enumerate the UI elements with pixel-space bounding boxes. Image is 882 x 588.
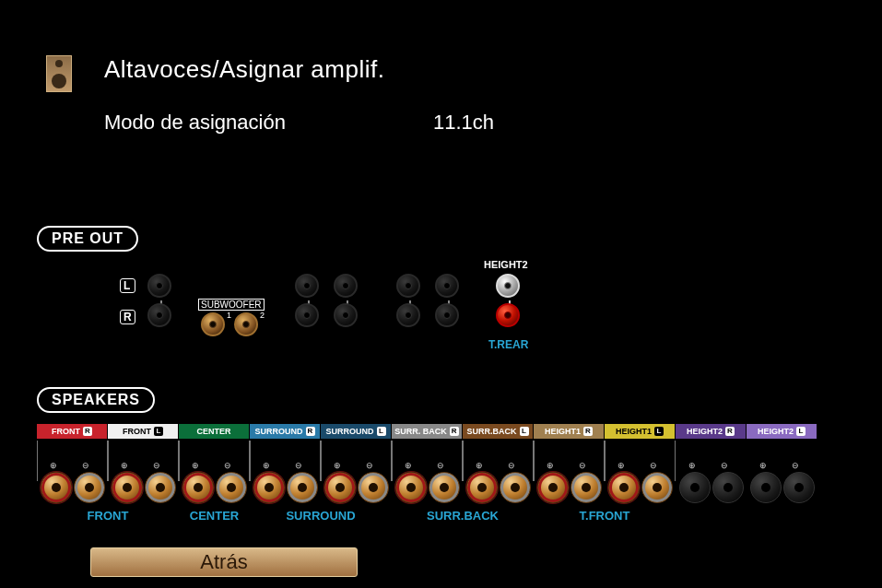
- preout-jack: [295, 274, 319, 298]
- plus-icon: ⊕: [334, 461, 341, 470]
- preout-jack: [147, 303, 171, 327]
- speaker-terminal-pos: [182, 472, 214, 503]
- speaker-terminal-neg: [570, 472, 602, 503]
- terminal-pair: ⊕⊖: [321, 441, 392, 503]
- speaker-terminal-neg: [500, 472, 531, 503]
- speaker-terminal-neg: [74, 472, 105, 503]
- mode-label: Modo de asignación: [104, 111, 286, 135]
- group-label-surrback: SURR.BACK: [392, 509, 534, 523]
- preout-jack: [435, 274, 459, 298]
- group-label-surround: SURROUND: [250, 509, 392, 523]
- preout-jack: [295, 303, 319, 327]
- page-title: Altavoces/Asignar amplif.: [104, 55, 384, 84]
- group-label-tfront: T.FRONT: [534, 509, 676, 523]
- speaker-terminal-pos: [395, 472, 427, 503]
- speaker-terminal-neg: [712, 472, 744, 503]
- subwoofer-label: SUBWOOFER: [198, 299, 265, 311]
- channel-label: FRONTR: [37, 424, 108, 439]
- plus-icon: ⊕: [547, 461, 554, 470]
- plus-icon: ⊕: [617, 461, 625, 470]
- preout-jack: [396, 303, 420, 327]
- preout-jack: [334, 274, 358, 298]
- minus-icon: ⊖: [792, 461, 799, 470]
- preout-jack: [435, 303, 459, 327]
- plus-icon: ⊕: [688, 461, 696, 470]
- speaker-terminal-pos: [608, 472, 640, 503]
- channel-label: SURROUNDL: [321, 424, 392, 439]
- channel-label: FRONTL: [108, 424, 179, 439]
- terminal-pair: ⊕⊖: [605, 441, 676, 503]
- plus-icon: ⊕: [476, 461, 483, 470]
- speaker-terminal-pos: [41, 472, 72, 503]
- sub2-label: 2: [260, 311, 265, 320]
- speaker-terminal-neg: [429, 472, 460, 503]
- speaker-terminal-pos: [112, 472, 143, 503]
- speaker-terminal-pos: [679, 472, 711, 503]
- channel-label: HEIGHT1L: [605, 424, 676, 439]
- channel-label: HEIGHT1R: [534, 424, 605, 439]
- speaker-terminal-neg: [641, 472, 673, 503]
- preout-jack: [147, 274, 171, 298]
- plus-icon: ⊕: [759, 461, 767, 470]
- speaker-terminal-neg: [287, 472, 318, 503]
- minus-icon: ⊖: [82, 461, 89, 470]
- height2-jack-r: [496, 303, 520, 327]
- group-label-center: CENTER: [179, 509, 250, 523]
- speaker-terminal-pos: [537, 472, 569, 503]
- speaker-icon: [46, 55, 72, 92]
- terminal-pair: ⊕⊖: [676, 441, 747, 503]
- minus-icon: ⊖: [437, 461, 444, 470]
- channel-label: HEIGHT2R: [676, 424, 747, 439]
- minus-icon: ⊖: [508, 461, 515, 470]
- minus-icon: ⊖: [721, 461, 728, 470]
- preout-jack: [334, 303, 358, 327]
- minus-icon: ⊖: [366, 461, 373, 470]
- speaker-terminal-pos: [324, 472, 356, 503]
- preout-jack: [396, 274, 420, 298]
- group-label-front: FRONT: [37, 509, 179, 523]
- terminal-pair: ⊕⊖: [392, 441, 463, 503]
- minus-icon: ⊖: [153, 461, 160, 470]
- height2-jack-l: [496, 274, 520, 298]
- minus-icon: ⊖: [224, 461, 231, 470]
- terminal-pair: ⊕⊖: [747, 441, 817, 503]
- speaker-terminal-pos: [750, 472, 782, 503]
- channel-label: SURR. BACKR: [392, 424, 463, 439]
- speakers-panel: FRONTRFRONTLCENTERSURROUNDRSURROUNDLSURR…: [37, 424, 848, 523]
- speaker-terminal-pos: [466, 472, 498, 503]
- speaker-terminal-neg: [145, 472, 176, 503]
- back-button-label: Atrás: [200, 550, 247, 574]
- left-badge: L: [120, 278, 135, 293]
- plus-icon: ⊕: [121, 461, 128, 470]
- back-button[interactable]: Atrás: [90, 547, 358, 577]
- channel-label: CENTER: [179, 424, 250, 439]
- terminal-pair: ⊕⊖: [37, 441, 108, 503]
- terminal-pair: ⊕⊖: [179, 441, 250, 503]
- height2-label: HEIGHT2: [484, 259, 528, 270]
- subwoofer-jack-2: [234, 312, 258, 336]
- plus-icon: ⊕: [263, 461, 270, 470]
- right-badge: R: [120, 310, 135, 324]
- mode-value: 11.1ch: [433, 111, 494, 135]
- channel-label: HEIGHT2L: [747, 424, 817, 439]
- plus-icon: ⊕: [192, 461, 199, 470]
- speaker-terminal-neg: [783, 472, 815, 503]
- minus-icon: ⊖: [295, 461, 302, 470]
- terminal-pair: ⊕⊖: [250, 441, 321, 503]
- channel-label: SURROUNDR: [250, 424, 321, 439]
- preout-section-label: PRE OUT: [37, 226, 138, 252]
- speaker-terminal-pos: [253, 472, 285, 503]
- minus-icon: ⊖: [579, 461, 586, 470]
- speaker-terminal-neg: [216, 472, 247, 503]
- channel-label: SURR.BACKL: [463, 424, 534, 439]
- speakers-section-label: SPEAKERS: [37, 387, 155, 413]
- plus-icon: ⊕: [405, 461, 412, 470]
- sub1-label: 1: [227, 311, 231, 320]
- terminal-pair: ⊕⊖: [463, 441, 534, 503]
- subwoofer-jack-1: [201, 312, 225, 336]
- terminal-pair: ⊕⊖: [534, 441, 605, 503]
- plus-icon: ⊕: [50, 461, 57, 470]
- trear-label: T.REAR: [488, 338, 528, 351]
- speaker-terminal-neg: [358, 472, 389, 503]
- minus-icon: ⊖: [650, 461, 657, 470]
